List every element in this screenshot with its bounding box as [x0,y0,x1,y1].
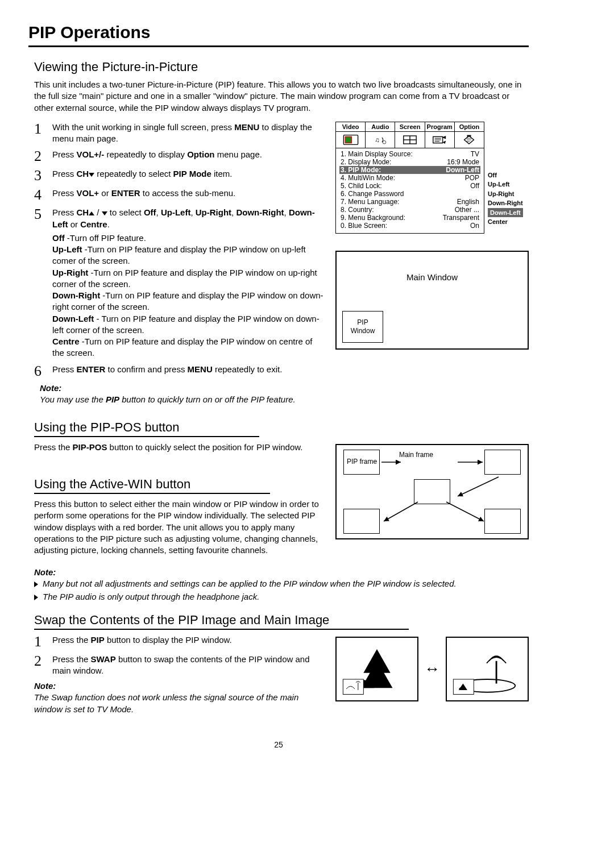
osd-row: 4. MultiWin Mode:POP [339,174,480,182]
swap-arrow-icon: ↔ [424,660,440,678]
section-pippos-heading: Using the PIP-POS button [34,420,259,437]
section-viewing-heading: Viewing the Picture-in-Picture [34,60,529,74]
svg-text:♫: ♫ [375,136,379,143]
osd-tab: Screen [395,122,425,132]
step: 1With the unit working in single full sc… [34,122,325,145]
position-diagram: PIP frame Main frame [335,444,529,539]
svg-line-13 [384,502,418,521]
osd-tab: Video [336,122,366,132]
section-swap-heading: Swap the Contents of the PIP Image and M… [34,613,409,630]
svg-rect-9 [467,135,471,136]
svg-rect-15 [343,679,363,695]
pip-main-label: Main Window [337,272,528,282]
program-icon [425,132,455,148]
osd-row: 1. Main Display Source:TV [339,150,480,158]
svg-point-4 [383,140,386,144]
note2-label: Note: [34,567,529,577]
steps-list: 1With the unit working in single full sc… [34,122,325,379]
osd-row: 7. Menu Language:English [339,198,480,206]
step: 3Press CH repeatedly to select PIP Mode … [34,168,325,183]
step: 4Press VOL+ or ENTER to access the sub-m… [34,188,325,202]
video-icon [336,132,366,148]
section-activewin-heading: Using the Active-WIN button [34,477,270,494]
osd-row: 6. Change Password [339,190,480,198]
osd-row: 3. PIP Mode:Down-Left [339,166,480,174]
option-icon [455,132,484,148]
swap-diagram: ↔ [335,637,529,701]
swap-step: 2Press the SWAP button to swap the conte… [34,654,325,677]
section-activewin-body: Press this button to select either the m… [34,499,325,556]
pip-window-box: PIP Window [342,311,383,343]
osd-menu: VideoAudioScreenProgramOption ♫ 1. Main … [335,122,484,234]
note3-body: The Swap function does not work unless t… [34,692,325,715]
osd-row: 2. Display Mode:16:9 Mode [339,158,480,166]
swap-right [446,637,529,701]
svg-rect-1 [345,136,351,143]
pip-diagram: Main Window PIP Window [335,251,529,350]
svg-line-14 [446,502,484,521]
screen-icon [395,132,425,148]
osd-row: 9. Menu Background:Transparent [339,214,480,222]
note3-label: Note: [34,681,325,691]
osd-submenu: OffUp-LeftUp-RightDown-RightDown-LeftCen… [488,171,523,227]
osd-tab: Option [455,122,484,132]
osd-tab: Program [425,122,455,132]
osd-tab: Audio [366,122,395,132]
swap-left [335,637,418,701]
page-number: 25 [28,740,529,749]
note1-body: You may use the PIP button to quickly tu… [40,394,325,405]
swap-steps: 1Press the PIP button to display the PIP… [34,634,325,677]
step: 5Press CH / to select Off, Up-Left, Up-R… [34,207,325,359]
note2-body: Many but not all adjustments and setting… [34,578,529,603]
osd-row: 5. Child Lock:Off [339,182,480,190]
section-pippos-body: Press the PIP-POS button to quickly sele… [34,442,325,453]
page-title: PIP Operations [28,23,529,47]
step: 2Press VOL+/- repeatedly to display Opti… [34,149,325,164]
step: 6Press ENTER to confirm and press MENU r… [34,364,325,379]
audio-icon: ♫ [366,132,395,148]
svg-line-12 [458,477,499,496]
note1-label: Note: [40,383,325,393]
osd-row: 0. Blue Screen:On [339,222,480,230]
section-viewing-intro: This unit includes a two-tuner Picture-i… [34,79,529,114]
osd-row: 8. Country:Other ... [339,206,480,214]
swap-step: 1Press the PIP button to display the PIP… [34,634,325,649]
